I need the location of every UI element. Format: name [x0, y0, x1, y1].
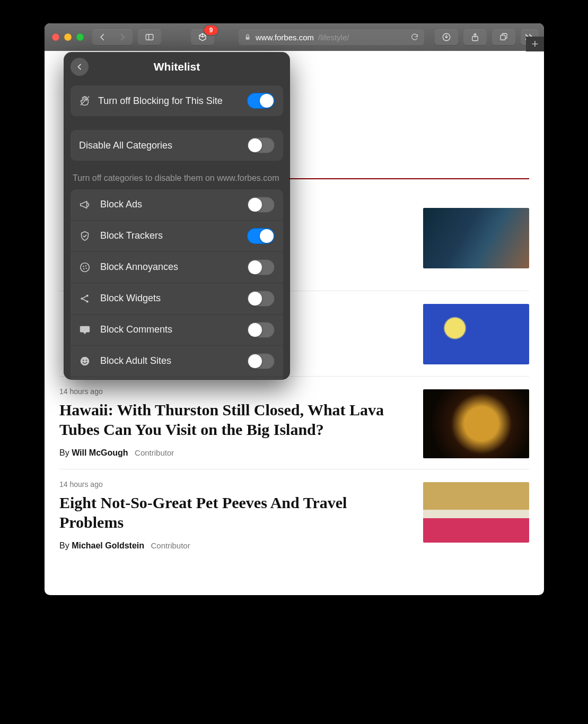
- svg-point-8: [83, 266, 84, 267]
- author-role: Contributor: [151, 541, 190, 550]
- article-thumbnail[interactable]: [423, 482, 529, 543]
- category-toggle[interactable]: [247, 353, 275, 369]
- category-row: Regional Rules: [71, 377, 283, 379]
- category-toggle[interactable]: [247, 197, 275, 213]
- article-time: 14 hours ago: [59, 480, 404, 489]
- share-icon: [79, 293, 92, 304]
- disable-all-label: Disable All Categories: [79, 140, 240, 151]
- smiley-icon: [79, 355, 92, 367]
- disable-all-toggle[interactable]: [247, 137, 275, 153]
- tabs-icon: [499, 32, 508, 42]
- nav-buttons: [92, 29, 133, 45]
- download-icon: [442, 32, 451, 42]
- svg-point-14: [86, 300, 88, 302]
- category-row: Block Comments: [71, 315, 283, 346]
- article-title[interactable]: Eight Not-So-Great Pet Peeves And Travel…: [59, 493, 404, 533]
- downloads-button[interactable]: [435, 29, 458, 45]
- article-thumbnail[interactable]: [423, 208, 529, 268]
- svg-point-11: [86, 267, 87, 268]
- category-row: Block Trackers: [71, 221, 283, 252]
- category-row: Block Widgets: [71, 283, 283, 315]
- category-row: Block Adult Sites: [71, 346, 283, 377]
- reload-icon[interactable]: [410, 33, 419, 41]
- svg-rect-0: [146, 34, 153, 40]
- svg-point-9: [85, 265, 86, 266]
- hand-icon: [79, 95, 91, 107]
- address-bar[interactable]: www.forbes.com/lifestyle/: [239, 29, 424, 45]
- article: 14 hours ago Eight Not-So-Great Pet Peev…: [59, 469, 529, 561]
- share-icon: [470, 32, 480, 42]
- tabs-button[interactable]: [492, 29, 515, 45]
- category-toggle[interactable]: [247, 259, 275, 275]
- popover-header: Whitelist: [64, 53, 289, 81]
- category-toggle[interactable]: [247, 291, 275, 307]
- author-role: Contributor: [135, 448, 174, 457]
- category-label: Block Trackers: [100, 230, 239, 241]
- category-label: Block Ads: [100, 199, 239, 210]
- article-byline: By Michael Goldstein Contributor: [59, 541, 404, 551]
- sidebar-button[interactable]: [138, 29, 161, 45]
- chevron-right-icon: [118, 32, 127, 42]
- url-host: www.forbes.com: [256, 33, 314, 42]
- category-label: Block Annoyances: [100, 261, 239, 273]
- turn-off-blocking-toggle[interactable]: [247, 93, 275, 109]
- forward-button[interactable]: [112, 29, 133, 45]
- svg-point-17: [86, 360, 87, 361]
- disable-all-card: Disable All Categories: [71, 130, 283, 161]
- extension-badge: 9: [204, 25, 218, 35]
- svg-point-12: [81, 297, 83, 299]
- category-hint: Turn off categories to disable them on w…: [73, 172, 281, 184]
- window-controls: [52, 33, 84, 41]
- lock-icon: [244, 33, 251, 41]
- article-thumbnail[interactable]: [423, 389, 529, 458]
- whitelist-popover: Whitelist Turn off Blocking for This Sit…: [64, 53, 289, 379]
- article-byline: By Will McGough Contributor: [59, 448, 404, 458]
- category-toggle[interactable]: [247, 228, 275, 244]
- svg-rect-2: [246, 37, 250, 39]
- chevron-left-icon: [98, 32, 107, 42]
- svg-rect-5: [501, 35, 505, 40]
- new-tab-button[interactable]: +: [526, 37, 544, 51]
- svg-point-13: [86, 294, 88, 296]
- article: 14 hours ago Hawaii: With Thurston Still…: [59, 377, 529, 469]
- svg-point-15: [81, 356, 90, 365]
- extension-button[interactable]: 9: [191, 29, 214, 45]
- article-author[interactable]: Michael Goldstein: [72, 541, 144, 550]
- minimize-window-button[interactable]: [64, 33, 72, 41]
- url-path: /lifestyle/: [318, 33, 349, 42]
- article-thumbnail[interactable]: [423, 304, 529, 364]
- shield-icon: [79, 230, 92, 242]
- svg-point-7: [81, 263, 90, 272]
- popover-title: Whitelist: [64, 60, 289, 73]
- category-row: Block Annoyances: [71, 252, 283, 283]
- sidebar-icon: [145, 32, 154, 42]
- cookie-icon: [79, 261, 92, 273]
- turn-off-blocking-label: Turn off Blocking for This Site: [98, 95, 240, 107]
- svg-point-16: [83, 360, 84, 361]
- toolbar: 9 www.forbes.com/lifestyle/: [45, 23, 544, 51]
- megaphone-icon: [79, 199, 92, 211]
- turn-off-blocking-card: Turn off Blocking for This Site: [71, 85, 283, 116]
- category-row: Block Ads: [71, 189, 283, 221]
- category-label: Block Adult Sites: [100, 355, 239, 367]
- chat-icon: [79, 324, 92, 336]
- maximize-window-button[interactable]: [76, 33, 84, 41]
- article-author[interactable]: Will McGough: [72, 448, 128, 457]
- category-list: Block AdsBlock TrackersBlock AnnoyancesB…: [71, 189, 283, 379]
- category-label: Block Widgets: [100, 293, 239, 304]
- category-label: Block Comments: [100, 324, 239, 335]
- svg-point-10: [83, 268, 84, 269]
- close-window-button[interactable]: [52, 33, 59, 41]
- article-title[interactable]: Hawaii: With Thurston Still Closed, What…: [59, 400, 404, 440]
- category-toggle[interactable]: [247, 322, 275, 338]
- share-button[interactable]: [463, 29, 487, 45]
- article-time: 14 hours ago: [59, 387, 404, 396]
- back-button[interactable]: [92, 29, 112, 45]
